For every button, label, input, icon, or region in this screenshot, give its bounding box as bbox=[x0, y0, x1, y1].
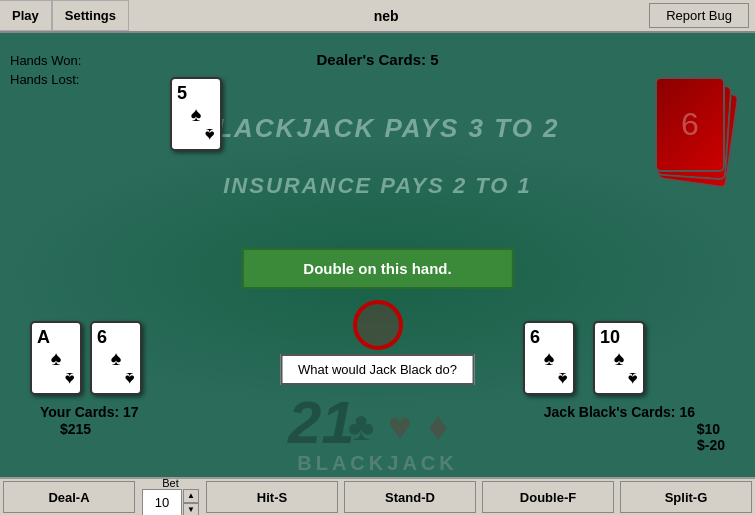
player-card-6: 6 ♠ ♠ bbox=[90, 321, 142, 395]
hit-button[interactable]: Hit-S bbox=[206, 481, 338, 513]
game-area: BLACKJACK PAYS 3 TO 2 INSURANCE PAYS 2 T… bbox=[0, 33, 755, 515]
neb-label: neb bbox=[129, 0, 643, 31]
svg-text:♣: ♣ bbox=[348, 404, 374, 448]
stand-button[interactable]: Stand-D bbox=[344, 481, 476, 513]
dealer-cards-label: Dealer's Cards: 5 bbox=[317, 51, 439, 68]
blackjack-pays-text: BLACKJACK PAYS 3 TO 2 bbox=[178, 113, 578, 144]
hands-won-label: Hands Won: bbox=[10, 53, 81, 68]
double-popup: Double on this hand. bbox=[241, 248, 513, 289]
bet-down-button[interactable]: ▼ bbox=[183, 503, 199, 516]
bet-area: Bet ▲ ▼ bbox=[142, 478, 199, 516]
jb-card-10: 10 ♠ ♠ bbox=[593, 321, 645, 395]
bet-chip bbox=[353, 300, 403, 350]
insurance-pays-text: INSURANCE PAYS 2 TO 1 bbox=[148, 173, 608, 199]
split-button[interactable]: Split-G bbox=[620, 481, 752, 513]
jb-card-6: 6 ♠ ♠ bbox=[523, 321, 575, 395]
settings-tab[interactable]: Settings bbox=[52, 0, 129, 31]
svg-text:♥: ♥ bbox=[388, 404, 412, 448]
action-bar: Deal-A Bet ▲ ▼ Hit-S Stand-D Double-F Sp… bbox=[0, 477, 755, 515]
bet-arrows: ▲ ▼ bbox=[183, 489, 199, 516]
top-bar: Play Settings neb Report Bug bbox=[0, 0, 755, 33]
deck-pile: 6 bbox=[655, 77, 745, 187]
svg-text:♦: ♦ bbox=[428, 404, 448, 448]
bet-input-wrap: ▲ ▼ bbox=[142, 489, 199, 516]
logo-area: 21 ♣ ♥ ♦ BLACKJACK bbox=[258, 378, 498, 475]
player-card-ace: A ♠ ♠ bbox=[30, 321, 82, 395]
jb-money-1: $10 bbox=[697, 421, 720, 437]
hands-lost-label: Hands Lost: bbox=[10, 72, 81, 87]
player-money: $215 bbox=[60, 421, 91, 437]
your-cards-label: Your Cards: 17 bbox=[40, 404, 139, 420]
stats-panel: Hands Won: Hands Lost: bbox=[10, 53, 81, 91]
dealer-card-1: 5 ♠ ♠ bbox=[170, 77, 222, 151]
jack-black-do-button[interactable]: What would Jack Black do? bbox=[280, 354, 475, 385]
report-bug-button[interactable]: Report Bug bbox=[649, 3, 749, 28]
bet-label: Bet bbox=[162, 478, 179, 489]
double-button[interactable]: Double-F bbox=[482, 481, 614, 513]
blackjack-logo-text: BLACKJACK bbox=[258, 452, 498, 475]
bet-input[interactable] bbox=[142, 489, 182, 516]
jb-cards-label: Jack Black's Cards: 16 bbox=[544, 404, 695, 420]
jb-money-2: $-20 bbox=[697, 437, 725, 453]
bet-up-button[interactable]: ▲ bbox=[183, 489, 199, 503]
play-tab[interactable]: Play bbox=[0, 0, 52, 31]
deal-button[interactable]: Deal-A bbox=[3, 481, 135, 513]
svg-text:21: 21 bbox=[287, 389, 355, 456]
